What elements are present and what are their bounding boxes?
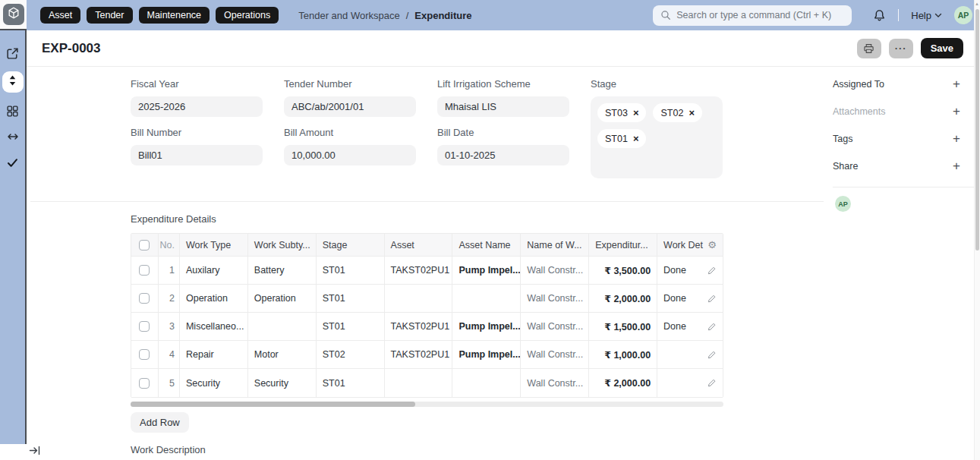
breadcrumb-current[interactable]: Expenditure bbox=[414, 10, 471, 21]
add-row-button[interactable]: Add Row bbox=[131, 412, 189, 433]
cell-stage[interactable]: ST01 bbox=[317, 257, 385, 284]
viewer-avatar[interactable]: AP bbox=[835, 196, 851, 212]
table-row[interactable]: 4 Repair Motor ST02 TAKST02PU1 Pump Impe… bbox=[131, 341, 723, 369]
cell-asset[interactable]: TAKST02PU1 bbox=[385, 341, 453, 368]
table-row[interactable]: 2 Operation Operation ST01 Wall Constr..… bbox=[131, 285, 723, 313]
expand-sidebar-icon[interactable] bbox=[29, 445, 43, 457]
cell-expenditure[interactable]: ₹ 3,500.00 bbox=[589, 257, 657, 284]
stage-multiselect[interactable]: ST03 × ST02 × ST01 × bbox=[591, 96, 723, 178]
cell-asset-name[interactable] bbox=[452, 369, 521, 397]
bill-amount-input[interactable]: 10,000.00 bbox=[284, 145, 416, 165]
remove-chip-icon[interactable]: × bbox=[633, 134, 639, 143]
cell-work-type[interactable]: Miscellaneo... bbox=[180, 313, 248, 340]
cell-work-type[interactable]: Security bbox=[180, 369, 248, 397]
breadcrumb-parent[interactable]: Tender and Workspace bbox=[298, 10, 399, 21]
add-assignment-icon[interactable]: + bbox=[953, 77, 960, 90]
external-link-icon[interactable] bbox=[5, 46, 20, 61]
cell-expenditure[interactable]: ₹ 1,500.00 bbox=[589, 313, 657, 340]
table-settings-gear-icon[interactable]: ⚙ bbox=[707, 239, 717, 250]
cell-stage[interactable]: ST01 bbox=[317, 369, 385, 397]
cell-asset[interactable] bbox=[385, 369, 453, 397]
add-attachment-icon[interactable]: + bbox=[953, 105, 960, 118]
col-name-of-work[interactable]: Name of W... bbox=[521, 234, 589, 256]
horizontal-arrows-icon[interactable] bbox=[5, 129, 20, 144]
cell-work-subtype[interactable]: Battery bbox=[248, 257, 317, 284]
row-checkbox[interactable] bbox=[139, 378, 150, 389]
remove-chip-icon[interactable]: × bbox=[633, 108, 639, 118]
edit-row-pencil-icon[interactable] bbox=[707, 266, 717, 276]
notifications-bell-icon[interactable] bbox=[873, 9, 886, 22]
row-checkbox[interactable] bbox=[139, 349, 150, 360]
print-button[interactable] bbox=[857, 39, 881, 58]
edit-row-pencil-icon[interactable] bbox=[707, 294, 717, 304]
checkmark-icon[interactable] bbox=[5, 155, 20, 170]
table-row[interactable]: 1 Auxilary Battery ST01 TAKST02PU1 Pump … bbox=[131, 257, 723, 285]
col-work-details[interactable]: Work Det bbox=[663, 240, 703, 250]
user-avatar[interactable]: AP bbox=[954, 6, 972, 24]
remove-chip-icon[interactable]: × bbox=[689, 108, 695, 118]
stage-chip[interactable]: ST02 × bbox=[653, 103, 701, 122]
cell-work-subtype[interactable]: Motor bbox=[248, 341, 317, 368]
edit-row-pencil-icon[interactable] bbox=[707, 322, 717, 332]
cell-work-subtype[interactable] bbox=[248, 313, 317, 340]
cell-expenditure[interactable]: ₹ 2,000.00 bbox=[589, 369, 657, 397]
cell-work-subtype[interactable]: Operation bbox=[248, 285, 317, 312]
search-input[interactable] bbox=[676, 10, 844, 20]
scrollbar-thumb[interactable] bbox=[975, 9, 979, 250]
col-expenditure[interactable]: Expenditur... bbox=[589, 234, 657, 256]
tab-maintenance[interactable]: Maintenence bbox=[139, 7, 210, 24]
row-checkbox[interactable] bbox=[139, 321, 150, 332]
col-stage[interactable]: Stage bbox=[317, 234, 385, 256]
cell-stage[interactable]: ST01 bbox=[317, 285, 385, 312]
cell-work-type[interactable]: Auxilary bbox=[180, 257, 248, 284]
lift-irrigation-scheme-input[interactable]: Mhaisal LIS bbox=[437, 96, 569, 117]
bill-date-input[interactable]: 01-10-2025 bbox=[437, 145, 569, 165]
more-options-button[interactable]: ··· bbox=[889, 39, 913, 58]
tab-operations[interactable]: Operations bbox=[216, 7, 279, 24]
col-asset-name[interactable]: Asset Name bbox=[452, 234, 521, 256]
cell-asset-name[interactable]: Pump Impel... bbox=[452, 257, 521, 284]
tender-number-input[interactable]: ABC/ab/2001/01 bbox=[284, 96, 416, 117]
cell-asset-name[interactable] bbox=[452, 285, 521, 312]
cell-name-of-work[interactable]: Wall Constr... bbox=[521, 369, 589, 397]
cell-work-details[interactable]: Done bbox=[663, 293, 686, 304]
cell-asset-name[interactable]: Pump Impel... bbox=[452, 341, 521, 368]
row-checkbox[interactable] bbox=[139, 293, 150, 304]
add-share-icon[interactable]: + bbox=[953, 159, 960, 172]
stage-chip[interactable]: ST03 × bbox=[597, 103, 646, 122]
col-work-subtype[interactable]: Work Subty... bbox=[248, 234, 317, 256]
cell-asset[interactable] bbox=[385, 285, 453, 312]
save-button[interactable]: Save bbox=[921, 38, 963, 58]
help-menu[interactable]: Help bbox=[911, 10, 942, 21]
stage-chip[interactable]: ST01 × bbox=[597, 129, 646, 148]
cell-name-of-work[interactable]: Wall Constr... bbox=[521, 257, 589, 284]
scroll-up-arrow[interactable]: ▲ bbox=[975, 2, 979, 6]
cell-asset[interactable]: TAKST02PU1 bbox=[385, 257, 453, 284]
cell-name-of-work[interactable]: Wall Constr... bbox=[521, 285, 589, 312]
cell-work-details[interactable]: Done bbox=[663, 321, 686, 332]
add-tag-icon[interactable]: + bbox=[953, 132, 960, 145]
table-row[interactable]: 3 Miscellaneo... ST01 TAKST02PU1 Pump Im… bbox=[131, 313, 723, 341]
bill-number-input[interactable]: Bill01 bbox=[131, 145, 263, 165]
select-all-checkbox[interactable] bbox=[139, 240, 150, 250]
table-row[interactable]: 5 Security Security ST01 Wall Constr... … bbox=[131, 369, 723, 397]
table-horizontal-scrollbar[interactable] bbox=[131, 402, 723, 407]
cell-work-type[interactable]: Operation bbox=[180, 285, 248, 312]
cell-expenditure[interactable]: ₹ 2,000.00 bbox=[589, 285, 657, 312]
active-tool-tile[interactable] bbox=[2, 71, 24, 93]
cell-asset[interactable]: TAKST02PU1 bbox=[385, 313, 453, 340]
tab-tender[interactable]: Tender bbox=[87, 7, 132, 24]
cell-work-type[interactable]: Repair bbox=[180, 341, 248, 368]
cell-stage[interactable]: ST02 bbox=[317, 341, 385, 368]
edit-row-pencil-icon[interactable] bbox=[707, 350, 717, 360]
edit-row-pencil-icon[interactable] bbox=[707, 378, 717, 388]
cell-stage[interactable]: ST01 bbox=[317, 313, 385, 340]
grid-apps-icon[interactable] bbox=[5, 103, 20, 118]
cell-name-of-work[interactable]: Wall Constr... bbox=[521, 313, 589, 340]
cell-asset-name[interactable]: Pump Impel... bbox=[452, 313, 521, 340]
row-checkbox[interactable] bbox=[139, 265, 150, 276]
scrollbar-thumb[interactable] bbox=[131, 402, 415, 407]
fiscal-year-input[interactable]: 2025-2026 bbox=[131, 96, 263, 117]
col-work-type[interactable]: Work Type bbox=[180, 234, 248, 256]
cell-work-subtype[interactable]: Security bbox=[248, 369, 317, 397]
